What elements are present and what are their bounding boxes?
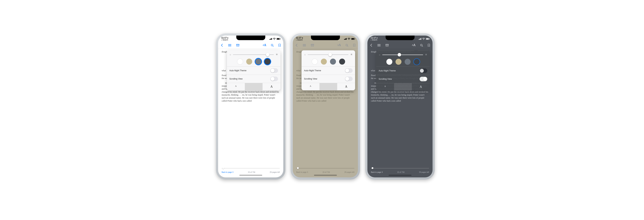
appearance-icon[interactable]: AA bbox=[262, 43, 266, 47]
theme-swatch-sepia[interactable] bbox=[396, 59, 402, 65]
theme-swatch-night[interactable] bbox=[414, 59, 420, 65]
theme-swatch-white[interactable] bbox=[386, 59, 392, 65]
reader-toolbar: AA bbox=[293, 42, 358, 49]
font-size-divider bbox=[394, 83, 412, 90]
scrolling-view-toggle[interactable] bbox=[420, 77, 427, 81]
scrolling-view-label: Scrolling View bbox=[304, 78, 317, 80]
auto-night-toggle[interactable] bbox=[270, 68, 278, 73]
back-to-page-link[interactable]: Back to page 3 bbox=[296, 171, 308, 173]
scrolling-view-toggle[interactable] bbox=[270, 77, 278, 81]
scrolling-view-label: Scrolling View bbox=[379, 78, 392, 80]
library-icon[interactable] bbox=[311, 44, 314, 47]
status-time: 11:17 ➤ bbox=[296, 37, 303, 39]
auto-night-toggle[interactable] bbox=[345, 68, 353, 73]
theme-swatch-grey[interactable] bbox=[255, 59, 261, 65]
page-counter: 15 of 734 bbox=[248, 171, 255, 173]
appearance-popup: ☼ ☀ Auto-Night Theme Scrolling View A A bbox=[227, 50, 280, 90]
screen: 11:17 ➤ ‹Search bbox=[293, 36, 358, 177]
font-larger-button[interactable]: A bbox=[337, 83, 355, 90]
screen: 11:17 ➤ ‹Search bbox=[218, 36, 283, 177]
search-icon[interactable] bbox=[345, 44, 348, 47]
theme-swatch-grey[interactable] bbox=[330, 59, 336, 65]
appearance-icon[interactable]: AA bbox=[337, 43, 341, 47]
font-size-row: A A bbox=[302, 83, 355, 90]
appearance-icon[interactable]: AA bbox=[412, 43, 415, 47]
font-smaller-button[interactable]: A bbox=[302, 83, 320, 90]
page-counter: 15 of 734 bbox=[322, 171, 330, 173]
status-time: 11:17 ➤ bbox=[221, 37, 228, 39]
font-larger-button[interactable]: A bbox=[262, 83, 280, 90]
auto-night-label: Auto-Night Theme bbox=[379, 69, 396, 72]
font-smaller-button[interactable]: A bbox=[376, 83, 394, 90]
notch bbox=[236, 36, 265, 40]
font-size-divider bbox=[245, 83, 263, 90]
auto-night-row: Auto-Night Theme bbox=[302, 66, 355, 75]
wifi-icon bbox=[348, 38, 350, 40]
back-icon[interactable] bbox=[295, 44, 298, 47]
brightness-row: ☼ ☀ bbox=[302, 50, 355, 57]
search-icon[interactable] bbox=[271, 44, 274, 47]
auto-night-toggle[interactable] bbox=[420, 68, 427, 73]
page-scrubber[interactable] bbox=[371, 168, 429, 169]
svg-line-17 bbox=[348, 46, 348, 46]
bookmark-icon[interactable] bbox=[428, 44, 430, 47]
battery-icon bbox=[351, 38, 355, 40]
scrolling-view-row: Scrolling View bbox=[227, 75, 280, 83]
theme-swatch-sepia[interactable] bbox=[321, 59, 327, 65]
auto-night-label: Auto-Night Theme bbox=[229, 69, 246, 72]
theme-swatch-sepia[interactable] bbox=[246, 59, 252, 65]
appearance-popup: ☼ ☀ Auto-Night Theme Scrolling View A A bbox=[302, 50, 355, 90]
theme-swatch-row bbox=[376, 57, 430, 67]
svg-point-18 bbox=[424, 40, 424, 40]
reader-footer: Back to page 3 15 of 734 29 pages left bbox=[368, 171, 432, 173]
library-icon[interactable] bbox=[236, 44, 240, 47]
brightness-slider[interactable] bbox=[308, 53, 348, 56]
svg-rect-14 bbox=[311, 45, 314, 46]
breadcrumb[interactable]: ‹Search bbox=[296, 39, 303, 41]
library-icon[interactable] bbox=[385, 44, 389, 47]
font-larger-button[interactable]: A bbox=[412, 83, 430, 90]
theme-swatch-white[interactable] bbox=[312, 59, 318, 65]
theme-swatch-white[interactable] bbox=[237, 59, 243, 65]
font-size-row: A A bbox=[376, 83, 430, 90]
theme-swatch-night[interactable] bbox=[339, 59, 345, 65]
toc-icon[interactable] bbox=[377, 44, 381, 47]
brightness-slider[interactable] bbox=[382, 53, 423, 56]
reader-toolbar: AA bbox=[368, 42, 432, 49]
back-icon[interactable] bbox=[370, 44, 373, 47]
svg-point-9 bbox=[349, 40, 349, 40]
brightness-row: ☼ ☀ bbox=[376, 50, 430, 57]
brightness-slider[interactable] bbox=[233, 53, 274, 56]
font-smaller-button[interactable]: A bbox=[227, 83, 245, 90]
brightness-low-icon: ☼ bbox=[304, 53, 306, 56]
back-icon[interactable] bbox=[220, 44, 224, 47]
svg-line-26 bbox=[422, 46, 423, 46]
theme-swatch-row bbox=[227, 57, 280, 66]
font-size-row: A A bbox=[227, 83, 280, 90]
toc-icon[interactable] bbox=[302, 44, 306, 47]
svg-point-0 bbox=[274, 40, 274, 40]
font-size-divider bbox=[320, 83, 337, 90]
auto-night-row: Auto-Night Theme bbox=[376, 67, 430, 75]
scrolling-view-toggle[interactable] bbox=[345, 77, 353, 81]
pages-left: 29 pages left bbox=[270, 171, 280, 173]
breadcrumb[interactable]: ‹Search bbox=[221, 39, 228, 41]
search-icon[interactable] bbox=[420, 44, 423, 47]
back-to-page-link[interactable]: Back to page 3 bbox=[371, 171, 383, 173]
brightness-low-icon: ☼ bbox=[229, 53, 231, 56]
page-scrubber[interactable] bbox=[222, 168, 280, 169]
notch bbox=[386, 36, 414, 40]
auto-night-label: Auto-Night Theme bbox=[304, 69, 321, 72]
status-time: 11:17 ➤ bbox=[370, 37, 378, 39]
theme-swatch-night[interactable] bbox=[264, 59, 270, 65]
back-to-page-link[interactable]: Back to page 3 bbox=[222, 171, 234, 173]
theme-swatch-grey[interactable] bbox=[405, 59, 410, 65]
breadcrumb[interactable]: ‹Search bbox=[370, 39, 378, 41]
theme-swatch-row bbox=[302, 57, 355, 66]
bookmark-icon[interactable] bbox=[278, 44, 281, 47]
toc-icon[interactable] bbox=[228, 44, 232, 47]
phone-frame-sepia: 11:17 ➤ ‹Search bbox=[291, 33, 360, 179]
bookmark-icon[interactable] bbox=[353, 44, 356, 47]
page-counter: 15 of 734 bbox=[397, 171, 404, 173]
page-scrubber[interactable] bbox=[296, 168, 354, 169]
